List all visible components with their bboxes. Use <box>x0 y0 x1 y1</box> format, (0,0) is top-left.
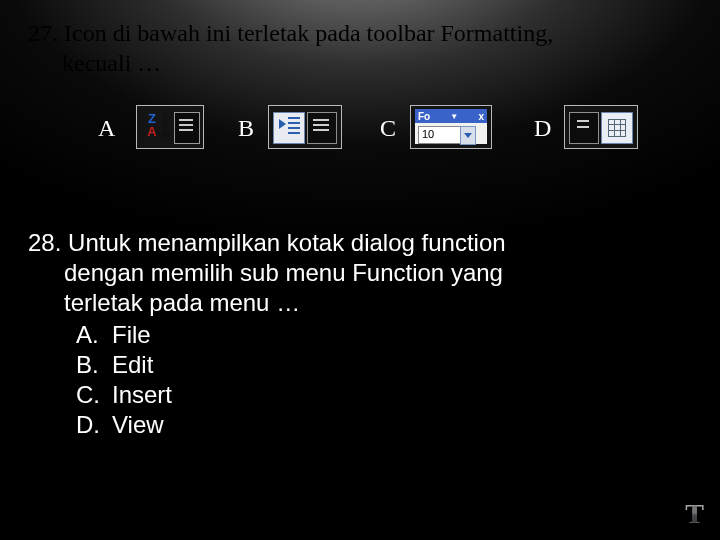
choice-label: D. <box>76 410 112 440</box>
q27-number: 27. <box>28 20 58 46</box>
titlebar-text: Fo <box>418 111 430 122</box>
q28-choice-a[interactable]: A. File <box>76 320 668 350</box>
choice-text: View <box>112 410 164 440</box>
choice-text: Edit <box>112 350 153 380</box>
down-arrow-icon <box>163 114 167 134</box>
footer-mark: T <box>685 498 704 530</box>
question-28: 28. Untuk menampilkan kotak dialog funct… <box>28 228 668 440</box>
q28-choice-c[interactable]: C. Insert <box>76 380 668 410</box>
borders-button-icon <box>601 112 633 144</box>
q28-stem-l2: dengan memilih sub menu Function yang <box>64 258 668 288</box>
q28-choices: A. File B. Edit C. Insert D. View <box>76 320 668 440</box>
indent-button-icon <box>273 112 305 144</box>
chevron-down-icon: ▼ <box>450 112 458 121</box>
choice-text: File <box>112 320 151 350</box>
toolbar-body: 10 <box>415 123 487 144</box>
font-size-toolbar-icon: Fo ▼ x 10 <box>410 105 492 149</box>
q27-line2: kecuali … <box>62 48 688 78</box>
close-icon: x <box>478 111 484 122</box>
floating-titlebar: Fo ▼ x <box>415 109 487 123</box>
choice-label: C. <box>76 380 112 410</box>
dropdown-arrow-icon <box>460 126 476 145</box>
borders-grid-icon <box>564 105 638 149</box>
q27-options-row: A Z A B C Fo ▼ x <box>98 105 688 155</box>
choice-label: A. <box>76 320 112 350</box>
secondary-button-icon <box>569 112 599 144</box>
font-size-field: 10 <box>418 126 463 144</box>
q28-number: 28. <box>28 229 61 256</box>
option-label: C <box>380 115 396 142</box>
choice-text: Insert <box>112 380 172 410</box>
secondary-button-icon <box>174 112 200 144</box>
question-27: 27. Icon di bawah ini terletak pada tool… <box>28 18 688 78</box>
option-label: B <box>238 115 254 142</box>
secondary-button-icon <box>307 112 337 144</box>
increase-indent-icon <box>268 105 342 149</box>
q28-stem-l3: terletak pada menu … <box>64 288 668 318</box>
choice-label: B. <box>76 350 112 380</box>
q28-choice-d[interactable]: D. View <box>76 410 668 440</box>
q28-stem-l1: Untuk menampilkan kotak dialog function <box>68 229 506 256</box>
sort-za-icon: Z A <box>136 105 204 149</box>
option-label: D <box>534 115 551 142</box>
option-label: A <box>98 115 115 142</box>
q28-line1: 28. Untuk menampilkan kotak dialog funct… <box>28 228 668 258</box>
q27-line1: Icon di bawah ini terletak pada toolbar … <box>64 20 553 46</box>
q28-choice-b[interactable]: B. Edit <box>76 350 668 380</box>
grid-glyph-icon <box>608 119 626 137</box>
